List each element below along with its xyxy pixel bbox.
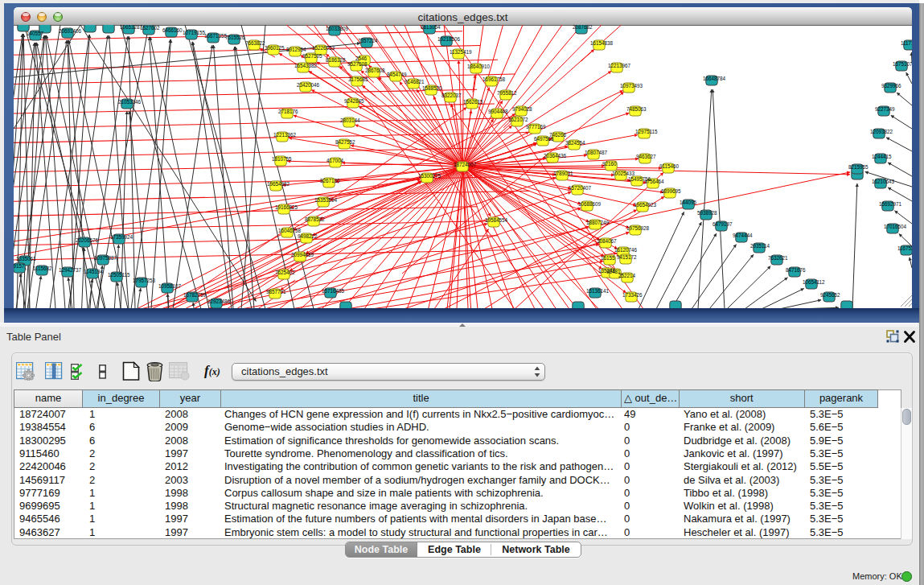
svg-text:3960125: 3960125 (265, 45, 285, 51)
svg-text:10807487: 10807487 (585, 150, 608, 155)
svg-text:8912954: 8912954 (286, 47, 306, 52)
svg-text:15136141: 15136141 (586, 288, 610, 294)
svg-text:9415172: 9415172 (617, 254, 637, 260)
svg-text:9857791: 9857791 (266, 289, 286, 295)
svg-text:15692971: 15692971 (879, 201, 902, 207)
svg-text:19654923: 19654923 (634, 202, 657, 208)
svg-text:21053346: 21053346 (118, 99, 142, 105)
svg-text:746266: 746266 (549, 132, 567, 138)
svg-text:16961758: 16961758 (483, 76, 506, 82)
svg-text:1562615: 1562615 (463, 99, 483, 105)
svg-text:8267130: 8267130 (320, 178, 340, 183)
svg-text:8215955: 8215955 (848, 164, 869, 170)
svg-text:2546: 2546 (355, 56, 368, 61)
svg-text:12942737: 12942737 (59, 267, 82, 273)
svg-text:15300275: 15300275 (418, 173, 441, 179)
svg-text:7515526: 7515526 (225, 35, 245, 40)
svg-text:1115682: 1115682 (33, 266, 52, 271)
svg-text:2935114: 2935114 (750, 243, 770, 249)
svg-text:39157: 39157 (14, 263, 25, 269)
svg-text:12923486: 12923486 (207, 299, 231, 304)
svg-text:9329966: 9329966 (881, 83, 901, 89)
svg-text:8186328: 8186328 (326, 57, 346, 63)
svg-text:8471676: 8471676 (786, 267, 806, 273)
svg-text:15720407: 15720407 (569, 185, 592, 191)
svg-text:6466160: 6466160 (162, 27, 183, 33)
svg-text:10958107: 10958107 (158, 283, 182, 289)
svg-text:2087682: 2087682 (573, 25, 593, 30)
svg-text:19584554: 19584554 (485, 217, 508, 223)
svg-text:10719155: 10719155 (183, 30, 206, 35)
svg-text:140557: 140557 (27, 31, 44, 36)
svg-text:9463627: 9463627 (636, 154, 656, 159)
svg-text:9474444: 9474444 (733, 233, 753, 238)
svg-text:1733426: 1733426 (622, 292, 643, 298)
svg-text:9498222: 9498222 (298, 233, 318, 239)
svg-text:11171: 11171 (901, 40, 912, 46)
svg-text:10975887: 10975887 (94, 255, 117, 261)
svg-text:9527505: 9527505 (302, 53, 322, 59)
svg-text:252214: 252214 (618, 273, 636, 278)
svg-text:6899695: 6899695 (661, 188, 681, 194)
svg-text:3175685: 3175685 (348, 76, 368, 82)
svg-text:9242845: 9242845 (344, 98, 364, 104)
svg-text:2867608: 2867608 (365, 68, 385, 73)
svg-text:16210643: 16210643 (872, 179, 895, 184)
svg-text:7663822: 7663822 (245, 40, 265, 46)
svg-text:144095: 144095 (680, 200, 697, 205)
svg-text:19654982: 19654982 (267, 181, 290, 187)
svg-text:16154838: 16154838 (590, 40, 614, 46)
svg-text:16155: 16155 (601, 255, 615, 261)
svg-text:2718176: 2718176 (278, 109, 298, 114)
svg-text:116753: 116753 (897, 245, 912, 251)
svg-text:15353594: 15353594 (314, 197, 338, 203)
svg-text:16543382: 16543382 (294, 63, 318, 68)
svg-text:10654112: 10654112 (803, 279, 825, 285)
svg-text:8322037: 8322037 (441, 93, 462, 98)
svg-text:6479197: 6479197 (713, 221, 733, 227)
svg-text:9227349: 9227349 (875, 106, 895, 112)
svg-text:8454749: 8454749 (387, 72, 407, 77)
svg-text:18640910: 18640910 (467, 64, 491, 69)
svg-text:9115460: 9115460 (659, 163, 680, 169)
svg-text:9904448: 9904448 (488, 109, 508, 114)
svg-text:2803144: 2803144 (340, 117, 360, 123)
svg-text:9146821: 9146821 (405, 79, 425, 84)
svg-text:9777169: 9777169 (526, 124, 546, 130)
svg-text:23420046: 23420046 (297, 82, 320, 88)
svg-text:16120746: 16120746 (614, 247, 638, 253)
svg-text:12505115: 12505115 (108, 272, 130, 278)
svg-text:417004: 417004 (326, 158, 344, 163)
svg-text:20994489: 20994489 (291, 252, 314, 257)
svg-text:7625402: 7625402 (275, 270, 295, 275)
svg-text:15226053: 15226053 (312, 45, 335, 51)
svg-text:18807249: 18807249 (586, 220, 610, 225)
svg-text:7632621: 7632621 (768, 255, 788, 261)
svg-text:1810755: 1810755 (272, 156, 292, 162)
svg-text:7485063: 7485063 (626, 106, 647, 112)
svg-text:12975115: 12975115 (635, 129, 658, 134)
svg-text:20364436: 20364436 (544, 153, 567, 159)
svg-text:1145194: 1145194 (84, 269, 104, 274)
svg-text:9756464: 9756464 (644, 179, 664, 184)
svg-text:1789031: 1789031 (553, 171, 573, 176)
svg-text:3084067: 3084067 (597, 238, 617, 244)
svg-text:1588520: 1588520 (422, 85, 442, 91)
svg-text:20206576: 20206576 (76, 237, 99, 243)
svg-text:16046758: 16046758 (278, 228, 302, 233)
svg-text:15751074: 15751074 (893, 61, 912, 67)
svg-text:19218506: 19218506 (437, 36, 461, 42)
svg-text:12213362: 12213362 (273, 132, 297, 138)
svg-text:16671355: 16671355 (204, 33, 228, 39)
svg-text:7357224: 7357224 (358, 38, 378, 43)
svg-text:1335061: 1335061 (16, 256, 36, 262)
svg-text:16033809: 16033809 (326, 26, 349, 31)
svg-text:9527508: 9527508 (347, 61, 368, 67)
svg-text:17957253: 17957253 (133, 278, 156, 283)
svg-text:15716485: 15716485 (322, 288, 345, 294)
svg-text:3824554: 3824554 (565, 140, 585, 146)
svg-text:1244415: 1244415 (872, 154, 892, 159)
svg-text:18724007: 18724007 (454, 162, 477, 167)
svg-text:20691406: 20691406 (59, 28, 82, 34)
svg-text:16782759: 16782759 (183, 292, 207, 298)
